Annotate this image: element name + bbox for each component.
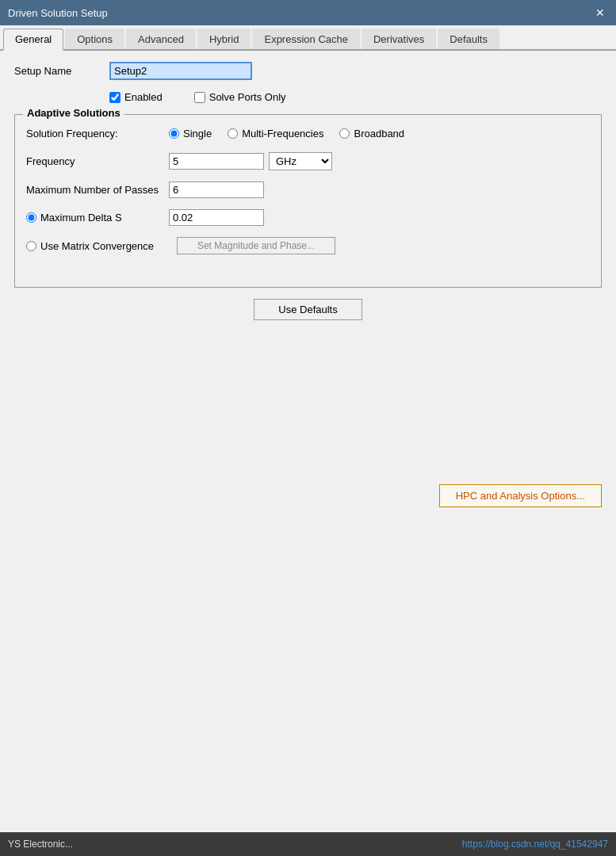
status-right: https://blog.csdn.net/qq_41542947 [462,839,608,850]
matrix-convergence-radio[interactable] [26,241,36,251]
enabled-checkbox-item[interactable]: Enabled [109,91,163,103]
hpc-row: HPC and Analysis Options... [14,484,602,507]
matrix-convergence-radio-item[interactable]: Use Matrix Convergence [26,240,169,252]
radio-broadband-input[interactable] [339,128,350,139]
radio-multi-input[interactable] [228,128,238,139]
setup-name-row: Setup Name [14,62,602,80]
radio-broadband-label: Broadband [354,128,404,139]
max-passes-label: Maximum Number of Passes [26,184,169,196]
radio-broadband[interactable]: Broadband [339,128,404,139]
status-bar: YS Electronic... https://blog.csdn.net/q… [0,832,616,856]
max-delta-s-input[interactable] [169,209,264,226]
dialog-title: Driven Solution Setup [8,7,108,19]
frequency-input[interactable] [169,153,264,170]
matrix-convergence-row: Use Matrix Convergence Set Magnitude and… [26,237,590,254]
tab-derivatives[interactable]: Derivatives [362,29,436,49]
enabled-checkbox[interactable] [109,92,121,103]
tab-hybrid[interactable]: Hybrid [197,29,251,49]
status-left: YS Electronic... [8,839,73,850]
max-passes-input[interactable] [169,182,264,198]
radio-multi-label: Multi-Frequencies [242,128,323,139]
max-delta-s-label: Maximum Delta S [40,212,122,224]
tab-defaults[interactable]: Defaults [438,29,499,49]
max-delta-s-radio[interactable] [26,212,36,223]
max-passes-row: Maximum Number of Passes [26,182,590,198]
checkboxes-row: Enabled Solve Ports Only [14,91,602,103]
adaptive-solutions-legend: Adaptive Solutions [23,107,124,119]
frequency-unit-select[interactable]: Hz kHz MHz GHz THz [269,152,332,170]
tab-advanced[interactable]: Advanced [126,29,196,49]
frequency-row: Frequency Hz kHz MHz GHz THz [26,152,590,170]
close-button[interactable]: ✕ [592,5,608,21]
radio-multi[interactable]: Multi-Frequencies [228,128,323,139]
setup-name-input[interactable] [109,62,252,80]
solve-ports-only-checkbox-item[interactable]: Solve Ports Only [194,91,286,103]
radio-single-label: Single [183,128,212,139]
solution-frequency-row: Solution Frequency: Single Multi-Frequen… [26,128,590,139]
max-delta-s-radio-item[interactable]: Maximum Delta S [26,212,169,224]
radio-single-input[interactable] [169,128,179,139]
title-bar: Driven Solution Setup ✕ [0,0,616,25]
solution-frequency-label: Solution Frequency: [26,128,169,139]
tab-general[interactable]: General [3,29,63,51]
content-area: Setup Name Enabled Solve Ports Only Adap… [0,51,616,832]
dialog-body: General Options Advanced Hybrid Expressi… [0,25,616,832]
set-magnitude-phase-button[interactable]: Set Magnitude and Phase... [177,237,335,254]
tab-options[interactable]: Options [65,29,124,49]
solution-frequency-radio-group: Single Multi-Frequencies Broadband [169,128,404,139]
max-delta-s-row: Maximum Delta S [26,209,590,226]
frequency-label: Frequency [26,155,169,167]
setup-name-label: Setup Name [14,65,109,77]
use-defaults-button[interactable]: Use Defaults [254,299,362,320]
enabled-label: Enabled [124,91,163,103]
hpc-analysis-button[interactable]: HPC and Analysis Options... [439,484,602,507]
tab-bar: General Options Advanced Hybrid Expressi… [0,25,616,51]
radio-single[interactable]: Single [169,128,212,139]
tab-expression-cache[interactable]: Expression Cache [252,29,360,49]
bottom-buttons: Use Defaults [14,299,602,320]
adaptive-solutions-group: Adaptive Solutions Solution Frequency: S… [14,114,602,288]
matrix-convergence-label: Use Matrix Convergence [40,240,154,252]
solve-ports-only-checkbox[interactable] [194,92,205,103]
solve-ports-only-label: Solve Ports Only [209,91,286,103]
